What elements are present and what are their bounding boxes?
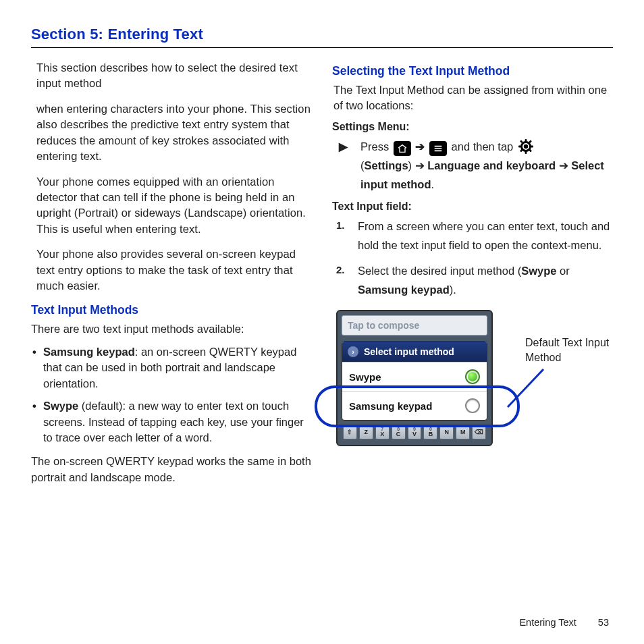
section-title: Section 5: Entering Text [31, 26, 613, 43]
step2-pre: Select the desired input method ( [358, 265, 521, 277]
subheading-text-input-methods: Text Input Methods [31, 303, 312, 317]
step-number: 1. [336, 217, 348, 254]
menu-icon [429, 141, 447, 156]
two-column-layout: This section describes how to select the… [31, 60, 613, 492]
settings-step: ▶ Press ➔ and then tap (Settings) ➔ Lang… [339, 137, 613, 194]
numbered-step: 2. Select the desired input method (Swyp… [336, 261, 613, 299]
settings-menu-label: Settings Menu: [332, 121, 613, 133]
chevron-right-icon: › [348, 346, 358, 357]
home-icon [394, 141, 411, 156]
path-language: Language and keyboard [427, 159, 556, 171]
step-text: From a screen where you can enter text, … [358, 217, 613, 254]
step2-post: ). [450, 284, 456, 296]
left-column: This section describes how to select the… [31, 60, 312, 492]
subheading-selecting-method: Selecting the Text Input Method [332, 64, 613, 78]
select-lead: The Text Input Method can be assigned fr… [333, 82, 613, 114]
callout-label: Default Text Input Method [525, 336, 613, 365]
footer-title: Entering Text [519, 617, 576, 628]
right-column: Selecting the Text Input Method The Text… [332, 60, 613, 492]
method-desc: (default): a new way to enter text on to… [43, 400, 304, 444]
numbered-step: 1. From a screen where you can enter tex… [336, 217, 613, 254]
period: . [431, 178, 434, 190]
dialog-header: › Select input method [342, 342, 487, 362]
callout-highlight-ring [315, 385, 520, 427]
methods-lead: There are two text input methods availab… [31, 321, 312, 337]
methods-closing: The on-screen QWERTY keypad works the sa… [31, 454, 312, 485]
text-input-field-label: Text Input field: [332, 200, 613, 213]
method-name: Samsung keypad [43, 346, 135, 358]
arrow-icon: ➔ [415, 140, 425, 153]
intro-paragraph: This section describes how to select the… [36, 60, 312, 92]
intro-paragraph: Your phone also provides several on-scre… [36, 246, 312, 294]
press-text: Press [360, 140, 392, 153]
radio-selected-icon[interactable] [465, 369, 480, 384]
page-number: 53 [598, 617, 609, 628]
callout-leader-line [506, 368, 567, 408]
methods-list: Samsung keypad: an on-screen QWERTY keyp… [31, 344, 312, 446]
list-item: Samsung keypad: an on-screen QWERTY keyp… [31, 344, 312, 392]
method-name: Swype [43, 400, 78, 412]
page-footer: Entering Text 53 [519, 617, 609, 628]
path-sep: ➔ [556, 159, 571, 171]
step2-mid: or [556, 265, 569, 277]
option-label: Swype [349, 371, 381, 383]
intro-paragraph: Your phone comes equipped with an orient… [36, 174, 312, 238]
and-tap-text: and then tap [452, 140, 516, 153]
section-rule [31, 47, 613, 48]
step-marker-icon: ▶ [339, 137, 352, 194]
gear-icon [518, 138, 534, 155]
dialog-title: Select input method [364, 346, 454, 357]
path-settings: Settings [365, 159, 408, 171]
figure-select-input-method: Tap to compose › Select input method Swy… [332, 310, 613, 485]
step2-samsung: Samsung keypad [358, 284, 450, 296]
intro-paragraph: when entering characters into your phone… [36, 101, 312, 165]
list-item: Swype (default): a new way to enter text… [31, 398, 312, 446]
step-number: 2. [336, 261, 348, 299]
compose-field[interactable]: Tap to compose [342, 315, 487, 336]
svg-point-0 [524, 144, 528, 149]
step-body: Press ➔ and then tap (Settings) ➔ Langua… [360, 137, 613, 194]
step2-swype: Swype [521, 265, 556, 277]
path-sep: ➔ [412, 159, 427, 171]
step-text: Select the desired input method (Swype o… [358, 261, 613, 299]
